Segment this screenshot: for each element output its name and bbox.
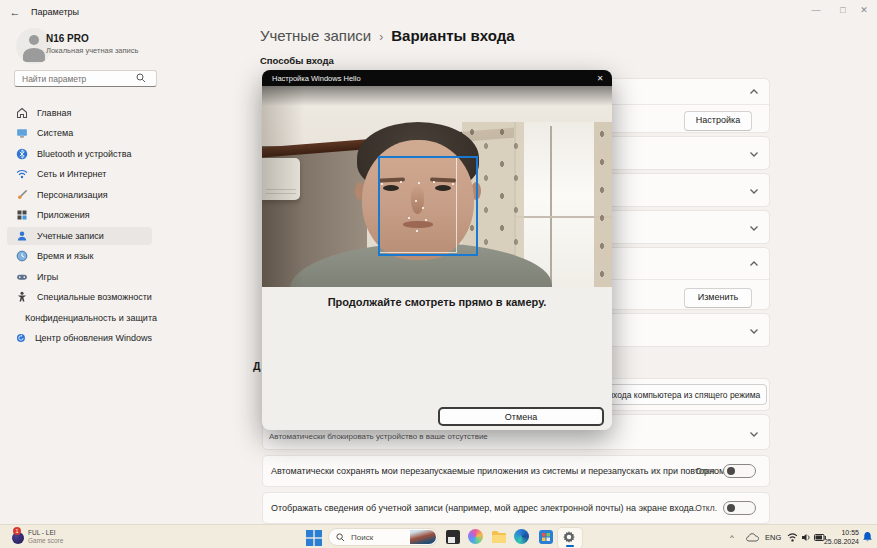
- game-widget-icon[interactable]: 1: [11, 529, 27, 545]
- sidebar-item-games[interactable]: Игры: [7, 268, 152, 286]
- restartable-apps-toggle[interactable]: [723, 464, 756, 478]
- webcam-preview: [262, 86, 612, 287]
- sidebar-item-bluetooth[interactable]: Bluetooth и устройства: [7, 145, 152, 163]
- video-vignette: [262, 86, 612, 287]
- page-title: Варианты входа: [391, 27, 514, 44]
- breadcrumb: Учетные записи › Варианты входа: [260, 27, 515, 44]
- onedrive-cloud-icon[interactable]: [746, 532, 759, 542]
- section-label-additional: Д: [253, 360, 260, 372]
- time-language-icon: [16, 250, 28, 262]
- apps-icon: [16, 209, 28, 221]
- sidebar-item-accounts[interactable]: Учетные записи: [7, 227, 152, 245]
- sidebar-item-accessibility[interactable]: Специальные возможности: [7, 288, 152, 306]
- settings-taskbar-active[interactable]: [557, 527, 583, 548]
- chevron-down-icon[interactable]: [748, 222, 760, 234]
- chevron-down-icon[interactable]: [748, 428, 760, 440]
- search-icon: [136, 73, 146, 83]
- sidebar-item-time-language[interactable]: Время и язык: [7, 247, 152, 265]
- toggle-state-label: Откл.: [695, 503, 717, 513]
- chevron-down-icon[interactable]: [748, 148, 760, 160]
- show-account-details-toggle[interactable]: [723, 501, 756, 515]
- copilot-icon[interactable]: [468, 529, 484, 545]
- taskbar-search-box[interactable]: Поиск: [328, 528, 438, 546]
- breadcrumb-parent[interactable]: Учетные записи: [260, 27, 371, 44]
- accounts-icon: [16, 230, 28, 242]
- chevron-down-icon[interactable]: [748, 325, 760, 337]
- dropdown-value: ыхода компьютера из спящего режима: [607, 390, 760, 400]
- taskbar: 1 FUL - LEI Game score Поиск ^ ENG 10:55…: [0, 524, 877, 548]
- edge-icon[interactable]: [514, 529, 530, 545]
- windows-update-icon: [16, 332, 26, 344]
- widget-line1[interactable]: FUL - LEI: [28, 529, 56, 536]
- require-sign-in-dropdown[interactable]: ыхода компьютера из спящего режима: [597, 384, 767, 405]
- accessibility-icon: [16, 291, 28, 303]
- avatar-person-icon: [29, 35, 39, 45]
- minimize-button[interactable]: —: [806, 2, 826, 18]
- system-icon: [16, 127, 28, 139]
- tray-clock[interactable]: 10:55 25.08.2024: [824, 528, 859, 546]
- profile-name: N16 PRO: [46, 33, 89, 44]
- wifi-icon: [16, 168, 28, 180]
- dialog-message: Продолжайте смотреть прямо в камеру.: [262, 296, 612, 308]
- tray-chevron-up-icon[interactable]: ^: [730, 533, 734, 542]
- brush-icon: [16, 189, 28, 201]
- badge: 1: [13, 527, 21, 535]
- maximize-button[interactable]: □: [833, 2, 853, 18]
- sidebar-item-system[interactable]: Система: [7, 124, 152, 142]
- windows-hello-dialog: Настройка Windows Hello ✕: [262, 70, 612, 430]
- search-highlight-image: [410, 530, 436, 544]
- app-title: Параметры: [31, 7, 79, 17]
- sidebar-item-privacy[interactable]: Конфиденциальность и защита: [7, 309, 152, 327]
- search-icon: [336, 533, 345, 542]
- games-icon: [16, 271, 28, 283]
- toggle-state-label: Откл.: [695, 466, 717, 476]
- chevron-down-icon[interactable]: [748, 185, 760, 197]
- sidebar-item-personalization[interactable]: Персонализация: [7, 186, 152, 204]
- chevron-up-icon[interactable]: [748, 258, 760, 270]
- dynamic-lock-subtitle: Автоматически блокировать устройство в в…: [269, 432, 488, 441]
- sidebar-item-windows-update[interactable]: Центр обновления Windows: [7, 329, 152, 347]
- speaker-icon[interactable]: [801, 533, 811, 542]
- bluetooth-icon: [16, 148, 28, 160]
- gear-icon: [562, 530, 576, 544]
- start-button[interactable]: [306, 530, 322, 546]
- close-button[interactable]: ✕: [854, 2, 874, 18]
- tray-date: 25.08.2024: [824, 537, 859, 546]
- widget-line2: Game score: [28, 537, 63, 544]
- breadcrumb-separator-icon: ›: [379, 30, 383, 44]
- sidebar-item-home[interactable]: Главная: [7, 104, 152, 122]
- notification-bell-icon[interactable]: [862, 531, 873, 543]
- profile-account-type: Локальная учетная запись: [46, 46, 138, 55]
- taskbar-search-placeholder: Поиск: [351, 533, 373, 542]
- wifi-tray-icon[interactable]: [787, 533, 798, 542]
- store-app-icon[interactable]: [538, 529, 554, 545]
- tray-time: 10:55: [824, 528, 859, 537]
- file-explorer-icon[interactable]: [491, 529, 507, 545]
- section-label-sign-in-methods: Способы входа: [260, 55, 334, 66]
- language-indicator[interactable]: ENG: [765, 533, 781, 542]
- sidebar-item-apps[interactable]: Приложения: [7, 206, 152, 224]
- toggle-row-label: Автоматически сохранять мои перезапускае…: [271, 466, 752, 476]
- card-restartable-apps: Автоматически сохранять мои перезапускае…: [262, 455, 770, 487]
- dialog-close-icon[interactable]: ✕: [594, 73, 606, 84]
- back-icon[interactable]: ←: [6, 4, 24, 20]
- chevron-up-icon[interactable]: [748, 86, 760, 98]
- cancel-button[interactable]: Отмена: [438, 407, 604, 426]
- dialog-title: Настройка Windows Hello: [272, 74, 361, 83]
- card-show-account-details: Отображать сведения об учетной записи (н…: [262, 492, 770, 524]
- sidebar-item-network[interactable]: Сеть и Интернет: [7, 165, 152, 183]
- home-icon: [16, 107, 28, 119]
- change-button[interactable]: Изменить: [684, 288, 752, 308]
- active-app-indicator: [566, 545, 574, 547]
- toggle-row-label: Отображать сведения об учетной записи (н…: [271, 503, 696, 513]
- setup-button[interactable]: Настройка: [684, 111, 752, 131]
- sidebar-item-label: Главная: [37, 108, 71, 118]
- dialog-titlebar: Настройка Windows Hello ✕: [262, 70, 612, 86]
- dark-app-icon[interactable]: [445, 529, 461, 545]
